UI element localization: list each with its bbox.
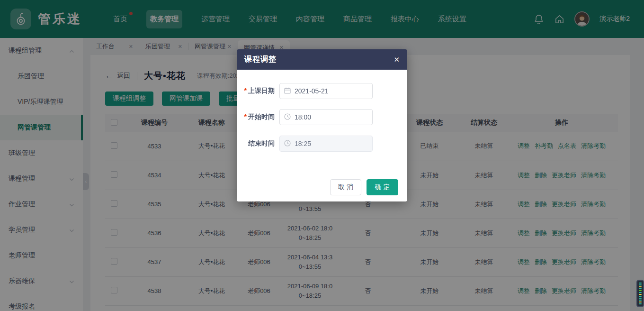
上课日期-input[interactable]: 2021-05-21 xyxy=(279,83,373,99)
modal-body: *上课日期 2021-05-21*开始时间 18:00结束时间 18:25 取 … xyxy=(237,70,407,201)
modal-field-2: 结束时间 18:25 xyxy=(237,136,407,152)
结束时间-input: 18:25 xyxy=(279,136,373,152)
cancel-button[interactable]: 取 消 xyxy=(330,179,361,195)
modal-field-1: *开始时间 18:00 xyxy=(237,109,407,125)
modal-field-0: *上课日期 2021-05-21 xyxy=(237,83,407,99)
confirm-button[interactable]: 确 定 xyxy=(367,179,398,195)
field-value: 2021-05-21 xyxy=(295,87,329,95)
clock-icon xyxy=(284,140,291,148)
calendar-icon xyxy=(284,87,291,95)
modal-title: 课程调整 xyxy=(244,55,277,64)
required-asterisk: * xyxy=(244,113,247,120)
clock-icon xyxy=(284,113,291,121)
close-icon[interactable]: ✕ xyxy=(394,55,400,64)
minimap-scrollbar[interactable] xyxy=(636,280,644,307)
required-asterisk: * xyxy=(244,87,247,94)
course-adjust-modal: 课程调整 ✕ *上课日期 2021-05-21*开始时间 18:00结束时间 1… xyxy=(237,49,407,201)
field-label: *上课日期 xyxy=(237,87,275,95)
field-value: 18:25 xyxy=(295,140,311,147)
field-value: 18:00 xyxy=(295,113,311,121)
开始时间-input[interactable]: 18:00 xyxy=(279,109,373,125)
field-label: *开始时间 xyxy=(237,113,275,121)
field-label: 结束时间 xyxy=(237,139,275,148)
modal-header: 课程调整 ✕ xyxy=(237,49,407,70)
